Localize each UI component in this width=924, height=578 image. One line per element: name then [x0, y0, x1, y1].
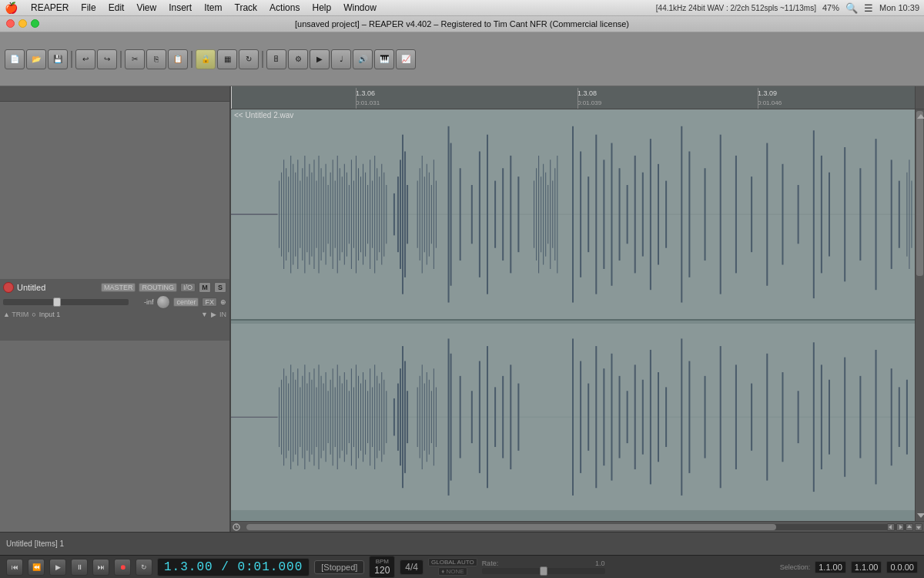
- battery-indicator: 47%: [822, 3, 839, 12]
- rate-slider[interactable]: [482, 568, 605, 574]
- toolbar: 📄 📂 💾 ↩ ↪ ✂ ⎘ 📋 🔒 ▦ ↻ 🎚 ⚙ ▶ ♩ 🔊 🎹 📈: [0, 32, 924, 86]
- toolbar-btn-fx[interactable]: ⚙: [288, 49, 308, 69]
- rate-thumb[interactable]: [540, 566, 547, 576]
- track-trim-icon: ○: [32, 311, 35, 318]
- search-icon[interactable]: 🔍: [845, 2, 858, 14]
- menu-reaper[interactable]: REAPER: [25, 2, 74, 14]
- pause-button[interactable]: ⏸: [71, 559, 88, 576]
- toolbar-btn-redo[interactable]: ↪: [97, 49, 117, 69]
- menu-file[interactable]: File: [75, 2, 101, 14]
- ruler-mark-1: 1.3.06 0:01.031: [356, 88, 380, 106]
- toolbar-separator-2: [120, 51, 122, 68]
- close-button[interactable]: [6, 19, 15, 28]
- menu-edit[interactable]: Edit: [103, 2, 130, 14]
- skip-forward-button[interactable]: ⏭: [92, 559, 109, 576]
- hscroll-track[interactable]: [246, 524, 909, 530]
- selection-length[interactable]: 0.0.00: [886, 561, 918, 573]
- ruler-mark-3: 1.3.09 0:01.046: [758, 88, 782, 106]
- vscroll-thumb[interactable]: [916, 111, 923, 276]
- loop-icon[interactable]: [233, 523, 240, 532]
- vscroll-down-icon[interactable]: [917, 510, 922, 519]
- toolbar-btn-new[interactable]: 📄: [5, 49, 25, 69]
- toolbar-btn-paste[interactable]: 📋: [168, 49, 188, 69]
- toolbar-btn-save[interactable]: 💾: [48, 49, 68, 69]
- hscroll-thumb[interactable]: [246, 524, 776, 530]
- clip-divider: [231, 319, 915, 321]
- title-bar: [unsaved project] – REAPER v4.402 – Regi…: [0, 15, 924, 32]
- toolbar-btn-transport[interactable]: ▶: [310, 49, 330, 69]
- vscroll[interactable]: [915, 109, 924, 521]
- play-button[interactable]: ▶: [49, 559, 66, 576]
- skip-back-button[interactable]: ⏮: [6, 559, 23, 576]
- toolbar-btn-automation[interactable]: 📈: [396, 49, 416, 69]
- menu-actions[interactable]: Actions: [264, 2, 305, 14]
- menu-track[interactable]: Track: [229, 2, 263, 14]
- arrange-view[interactable]: 1.3.06 0:01.031 1.3.08 0:01.039 1.3.09 0…: [231, 86, 924, 532]
- vscroll-up-icon[interactable]: [917, 111, 922, 120]
- track-routing-badge: MASTER: [101, 283, 136, 292]
- track-input-arrow[interactable]: ▼: [201, 311, 208, 318]
- clock: Mon 10:39: [879, 3, 919, 12]
- toolbar-btn-metronome[interactable]: ♩: [331, 49, 351, 69]
- track-fx-icon: ⊕: [220, 298, 226, 306]
- track-mute-button[interactable]: M: [199, 282, 211, 293]
- track-input-label: Input 1: [39, 311, 61, 318]
- toolbar-btn-click[interactable]: 🔊: [353, 49, 373, 69]
- toolbar-btn-open[interactable]: 📂: [26, 49, 46, 69]
- clip-top[interactable]: << Untitled 2.wav: [231, 109, 915, 319]
- maximize-button[interactable]: [31, 19, 39, 28]
- toolbar-btn-undo[interactable]: ↩: [75, 49, 95, 69]
- loop-button[interactable]: ↻: [136, 559, 152, 576]
- toolbar-btn-mixer[interactable]: 🎚: [266, 49, 286, 69]
- bpm-display[interactable]: BPM 120: [369, 556, 395, 578]
- menu-help[interactable]: Help: [306, 2, 336, 14]
- clip-bottom[interactable]: << Untitled 4.wav: [231, 324, 915, 510]
- selection-start[interactable]: 1.1.00: [815, 561, 846, 573]
- track-record-arm[interactable]: [3, 282, 14, 293]
- track-io-button[interactable]: I/O: [180, 283, 196, 292]
- ruler-mark-2: 1.3.08 0:01.039: [578, 88, 601, 106]
- toolbar-btn-loop[interactable]: ↻: [239, 49, 259, 69]
- vscroll-top[interactable]: [915, 86, 924, 109]
- track-empty-region: [0, 102, 229, 279]
- menu-view[interactable]: View: [131, 2, 162, 14]
- scroll-btn-left[interactable]: [887, 523, 895, 531]
- menu-window[interactable]: Window: [338, 2, 382, 14]
- track-monitor-icon[interactable]: ▶: [211, 311, 216, 318]
- rewind-button[interactable]: ⏪: [28, 559, 45, 576]
- scroll-controls-right: [887, 523, 922, 531]
- minimize-button[interactable]: [18, 19, 27, 28]
- global-auto-label: GLOBAL AUTO: [428, 558, 477, 566]
- scroll-btn-up[interactable]: [906, 523, 913, 531]
- toolbar-btn-grid[interactable]: ▦: [217, 49, 237, 69]
- rate-label: Rate:: [482, 560, 499, 567]
- track-volume-fader[interactable]: [3, 299, 129, 305]
- toolbar-btn-cut[interactable]: ✂: [125, 49, 145, 69]
- track-fx-button[interactable]: FX: [202, 297, 217, 307]
- timeline-ruler: 1.3.06 0:01.031 1.3.08 0:01.039 1.3.09 0…: [231, 86, 924, 109]
- time-signature[interactable]: 4/4: [400, 560, 424, 575]
- toolbar-btn-copy[interactable]: ⎘: [146, 49, 166, 69]
- scroll-btn-right[interactable]: [896, 523, 904, 531]
- toolbar-btn-midi[interactable]: 🎹: [374, 49, 394, 69]
- track-solo-button[interactable]: S: [214, 282, 226, 293]
- hscroll-bar[interactable]: [231, 521, 924, 532]
- rate-value: 1.0: [595, 560, 605, 567]
- scroll-btn-down[interactable]: [915, 523, 922, 531]
- record-button[interactable]: ⏺: [114, 559, 131, 576]
- global-auto-section: GLOBAL AUTO ♦ NONE: [428, 558, 477, 576]
- track-volume-thumb[interactable]: [53, 297, 61, 307]
- toolbar-separator-4: [262, 51, 263, 68]
- track-pan-knob[interactable]: [156, 295, 170, 309]
- toolbar-btn-snap[interactable]: 🔒: [196, 49, 216, 69]
- menu-extras-icon[interactable]: ☰: [864, 2, 873, 14]
- selection-end[interactable]: 1.1.00: [851, 561, 882, 573]
- track-controls: Untitled MASTER ROUTING I/O M S -inf cen…: [0, 279, 229, 341]
- track-panel: Untitled MASTER ROUTING I/O M S -inf cen…: [0, 86, 231, 532]
- position-display: 1.3.00 / 0:01.000: [157, 558, 310, 576]
- menu-item[interactable]: Item: [199, 2, 227, 14]
- menu-insert[interactable]: Insert: [163, 2, 197, 14]
- selection-section: Selection: 1.1.00 1.1.00 0.0.00: [780, 561, 918, 573]
- waveform-area[interactable]: << Untitled 2.wav: [231, 109, 924, 521]
- apple-menu[interactable]: 🍎: [5, 2, 18, 14]
